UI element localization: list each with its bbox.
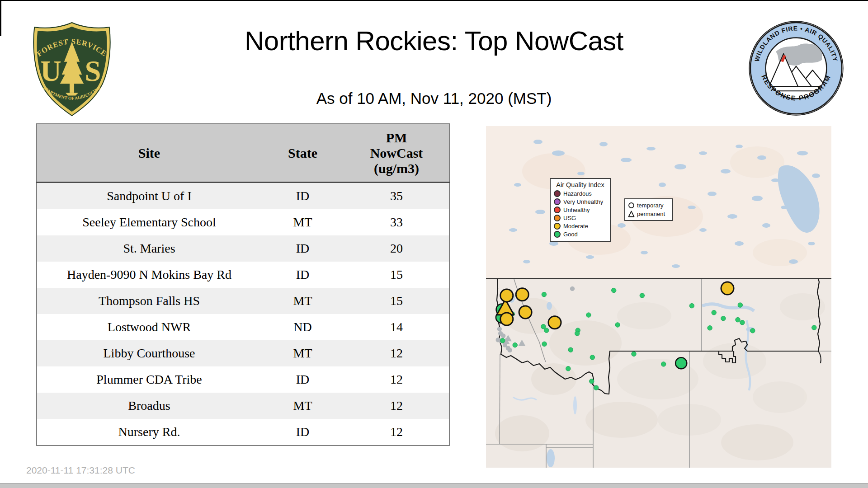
marker-type-legend: temporary permanent	[624, 198, 673, 221]
state-cell: ID	[261, 419, 344, 446]
aqi-swatch-icon	[554, 190, 561, 197]
site-cell: Broadus	[37, 393, 261, 419]
aqi-legend-label: Good	[563, 231, 578, 238]
aqi-legend-item: Unhealthy	[554, 206, 607, 213]
aqi-swatch-icon	[554, 206, 561, 213]
column-header-pm-nowcast: PM NowCast (ug/m3)	[344, 124, 449, 183]
map-marker-good-circle	[736, 318, 740, 322]
site-cell: Plummer CDA Tribe	[37, 366, 261, 393]
map-marker-good-circle	[708, 326, 712, 330]
map-marker-good-circle	[661, 362, 666, 366]
value-cell: 12	[344, 419, 449, 446]
map-marker-good-circle	[586, 313, 591, 317]
aqi-legend-label: USG	[563, 215, 576, 221]
aqi-legend-label: Moderate	[563, 223, 588, 230]
nowcast-table: Site State PM NowCast (ug/m3) Sandpoint …	[36, 123, 450, 446]
triangle-icon	[628, 211, 635, 217]
table-row: BroadusMT12	[37, 393, 449, 419]
map-marker-good-circle	[542, 292, 546, 297]
map-marker-good-circle	[590, 355, 594, 360]
value-cell: 12	[344, 393, 449, 419]
aqi-swatch-icon	[554, 231, 561, 238]
site-cell: Seeley Elementary School	[37, 209, 261, 235]
map-marker-good-circle	[640, 293, 644, 298]
value-cell: 20	[344, 235, 449, 262]
map-marker-moderate-circle	[519, 306, 532, 319]
map-marker-moderate-circle	[516, 288, 528, 301]
column-header-state: State	[261, 124, 344, 183]
page-title: Northern Rockies: Top NowCast	[0, 25, 868, 56]
map-marker-moderate-circle	[721, 282, 734, 295]
table-row: Libby CourthouseMT12	[37, 340, 449, 366]
map-marker-moderate-circle	[548, 316, 561, 329]
fs-logo-letter-u: U	[40, 55, 61, 87]
map-marker-good-circle	[568, 347, 573, 352]
map-marker-inactive-circle	[497, 327, 502, 331]
map-marker-good-circle	[500, 338, 505, 343]
permanent-label: permanent	[637, 211, 665, 217]
aqi-legend-item: Good	[554, 231, 607, 238]
value-cell: 33	[344, 209, 449, 235]
state-cell: MT	[261, 288, 344, 314]
value-cell: 12	[344, 366, 449, 393]
map-marker-good-circle	[575, 331, 580, 336]
aqi-legend-title: Air Quality Index	[554, 181, 607, 188]
map-marker-good-circle	[594, 385, 599, 390]
site-cell: Thompson Falls HS	[37, 288, 261, 314]
table-row: Lostwood NWRND14	[37, 314, 449, 340]
value-cell: 14	[344, 314, 449, 340]
state-cell: ID	[261, 235, 344, 262]
state-cell: ID	[261, 183, 344, 210]
table-row: Hayden-9090 N Mokins Bay RdID15	[37, 262, 449, 288]
site-cell: St. Maries	[37, 235, 261, 262]
map-marker-moderate-circle	[500, 289, 513, 302]
wfaqrp-logo: WILDLAND FIRE • AIR QUALITY RESPONSE PRO…	[748, 20, 844, 117]
table-row: Plummer CDA TribeID12	[37, 366, 449, 393]
site-cell: Nursery Rd.	[37, 419, 261, 446]
basemap	[486, 126, 831, 468]
map-marker-good-circle	[590, 379, 594, 384]
map-marker-inactive-circle	[570, 286, 575, 291]
map-marker-inactive-circle	[508, 348, 512, 352]
page-subtitle: As of 10 AM, Nov 11, 2020 (MST)	[0, 89, 868, 108]
aqi-legend-label: Unhealthy	[563, 206, 590, 213]
map-marker-good-circle	[542, 342, 547, 346]
state-cell: ND	[261, 314, 344, 340]
aqi-legend-label: Hazardous	[563, 190, 592, 197]
value-cell: 35	[344, 183, 449, 210]
map-marker-good-circle	[812, 325, 816, 330]
footer-timestamp: 2020-11-11 17:31:28 UTC	[26, 465, 135, 476]
map-marker-good-circle	[566, 366, 571, 371]
aqi-legend-item: Moderate	[554, 223, 607, 230]
column-header-site: Site	[37, 124, 261, 183]
fs-logo-letter-s: S	[85, 55, 101, 87]
circle-icon	[628, 202, 635, 209]
aqi-legend-label: Very Unhealthy	[563, 198, 603, 205]
aqi-swatch-icon	[554, 198, 561, 205]
value-cell: 15	[344, 262, 449, 288]
value-cell: 15	[344, 288, 449, 314]
air-quality-map: Air Quality Index HazardousVery Unhealth…	[486, 126, 831, 468]
aqi-legend-item: USG	[554, 215, 607, 221]
site-cell: Lostwood NWR	[37, 314, 261, 340]
site-cell: Sandpoint U of I	[37, 183, 261, 210]
map-marker-inactive-circle	[501, 333, 505, 338]
map-marker-good-circle	[738, 303, 742, 307]
screen-edge-bottom	[0, 483, 868, 488]
value-cell: 12	[344, 340, 449, 366]
state-cell: MT	[261, 340, 344, 366]
map-marker-good-circle	[615, 323, 620, 327]
table-row: Sandpoint U of IID35	[37, 183, 449, 210]
aqi-swatch-icon	[554, 223, 561, 230]
aqi-legend-item: Very Unhealthy	[554, 198, 607, 205]
table-row: Nursery Rd.ID12	[37, 419, 449, 446]
screen-edge-top	[0, 0, 868, 1]
temporary-label: temporary	[637, 202, 664, 209]
map-marker-good-circle	[740, 320, 745, 325]
state-cell: ID	[261, 262, 344, 288]
map-marker-good-circle	[513, 343, 517, 347]
map-marker-good-circle	[712, 310, 716, 315]
map-marker-good-circle	[612, 288, 616, 292]
map-marker-good-circle	[632, 352, 636, 356]
map-marker-good-circle	[721, 316, 726, 320]
